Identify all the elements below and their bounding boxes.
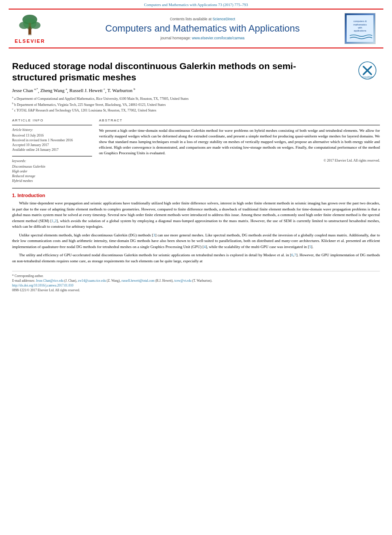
keyword-2: High order [12,169,92,173]
accepted-date: Accepted 10 January 2017 [12,143,92,147]
email-addresses: Jesse.Chan@rice.edu (J. Chan), zw14@caam… [36,279,212,283]
homepage-line: journal homepage: www.elsevier.com/locat… [160,36,245,40]
author-zheng-wang: Zheng Wang a [40,88,67,93]
two-column-section: ARTICLE INFO Article history: Received 1… [12,118,380,184]
sciencedirect-line: Contents lists available at ScienceDirec… [170,17,235,21]
email-hewett[interactable]: russell.hewett@total.com [121,279,154,283]
journal-cover-icon: computers & mathematics with application… [345,15,375,42]
received-revised-date: Received in revised form 1 November 2016 [12,138,92,142]
article-info-column: ARTICLE INFO Article history: Received 1… [12,118,92,184]
journal-citation: Computers and Mathematics with Applicati… [144,3,248,7]
main-divider [12,188,380,188]
svg-rect-7 [28,30,32,35]
header-right: computers & mathematics with application… [343,13,377,44]
page-container: Computers and Mathematics with Applicati… [0,0,392,535]
affil-c: c c TOTAL E&P Research and Technology US… [12,107,380,113]
top-journal-link: Computers and Mathematics with Applicati… [0,0,392,9]
main-content: Reduced storage nodal discontinuous Gale… [0,48,392,297]
issn-line: 0898-1221/© 2017 Elsevier Ltd. All right… [12,288,380,292]
affil-a: a a Department of Computational and Appl… [12,96,380,102]
ref-7[interactable]: 7 [294,253,296,257]
email-label: E-mail addresses: [12,279,35,283]
history-label: Article history: [12,128,92,132]
contents-text: Contents lists available at [170,17,211,21]
header-center: Contents lists available at ScienceDirec… [67,13,338,44]
author-t-warburton: T. Warburton b [107,88,135,93]
elsevier-wordmark: ELSEVIER [15,38,45,44]
doi-link[interactable]: http://dx.doi.org/10.1016/j.camwa.2017.0… [12,283,73,287]
homepage-url[interactable]: www.elsevier.com/locate/camwa [192,36,245,40]
keyword-1: Discontinuous Galerkin [12,165,92,169]
section1-paragraph3: The utility and efficiency of GPU-accele… [12,252,380,264]
section1-title: 1. Introduction [12,193,380,198]
author-jesse-chan: Jesse Chan a,* [12,88,38,93]
footer-area: * Corresponding author. E-mail addresses… [12,271,380,292]
ref-4[interactable]: 4 [204,245,206,249]
keywords-divider [12,156,92,156]
keyword-3: Reduced storage [12,174,92,178]
article-info-divider [12,125,92,125]
ref-3[interactable]: 3 [153,233,156,237]
abstract-column: ABSTRACT We present a high order time-do… [99,118,380,184]
author-russell-hewett: Russell J. Hewett c [70,88,105,93]
affil-b: b b Department of Mathematics, Virginia … [12,102,380,108]
corresponding-author-note: * Corresponding author. [12,274,380,278]
crossmark-logo: CrossMark [358,61,380,80]
abstract-divider [99,125,380,125]
ref-2[interactable]: 2 [54,219,57,223]
abstract-text: We present a high order time-domain noda… [99,128,380,156]
email-line: E-mail addresses: Jesse.Chan@rice.edu (J… [12,279,380,283]
crossmark-icon: CrossMark [358,61,376,80]
doi-line: http://dx.doi.org/10.1016/j.camwa.2017.0… [12,283,380,287]
authors-line: Jesse Chan a,*, Zheng Wang a, Russell J.… [12,88,380,93]
ref-1[interactable]: 1 [52,219,54,223]
keywords-label: keywords: [12,159,92,163]
email-wang[interactable]: zw14@caam.rice.edu [78,279,106,283]
svg-text:mathematics: mathematics [354,23,367,26]
svg-text:with: with [357,26,362,29]
svg-text:applications: applications [354,29,367,32]
journal-title-header: Computers and Mathematics with Applicati… [105,23,300,34]
svg-point-6 [28,26,32,30]
ref-6[interactable]: 6 [291,253,293,257]
svg-text:CrossMark: CrossMark [362,76,373,78]
abstract-header: ABSTRACT [99,118,380,122]
article-title: Reduced storage nodal discontinuous Gale… [12,61,358,83]
sciencedirect-link[interactable]: ScienceDirect [213,17,235,21]
journal-thumbnail: computers & mathematics with application… [344,13,376,44]
affiliations: a a Department of Computational and Appl… [12,96,380,113]
title-row: Reduced storage nodal discontinuous Gale… [12,53,380,88]
elsevier-logo: ELSEVIER [15,14,45,44]
copyright-line: © 2017 Elsevier Ltd. All rights reserved… [99,159,380,162]
svg-text:computers &: computers & [354,20,367,22]
keywords-section: keywords: Discontinuous Galerkin High or… [12,156,92,183]
homepage-label: journal homepage: [160,36,191,40]
available-date: Available online 24 January 2017 [12,148,92,152]
section1-paragraph1: While time-dependent wave propagation an… [12,201,380,230]
elsevier-tree-icon [17,14,43,38]
journal-header: ELSEVIER Contents lists available at Sci… [9,9,383,48]
article-info-header: ARTICLE INFO [12,118,92,122]
keyword-4: Hybrid meshes [12,179,92,183]
email-chan[interactable]: Jesse.Chan@rice.edu [36,279,64,283]
email-warburton[interactable]: tcew@vt.edu [174,279,191,283]
ref-5[interactable]: 5 [309,245,311,249]
section1-paragraph2: Unlike spectral elements methods, high o… [12,232,380,250]
received-date: Received 13 July 2016 [12,134,92,137]
header-left: ELSEVIER [15,13,62,44]
